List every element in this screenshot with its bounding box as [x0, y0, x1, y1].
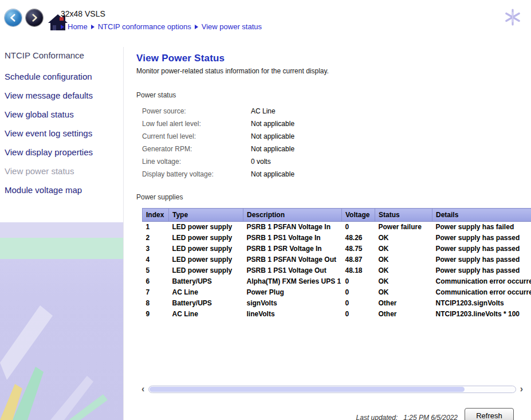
refresh-button[interactable]: Refresh — [465, 408, 514, 420]
field-row: Generator RPM: Not applicable — [142, 143, 531, 155]
power-status-section-label: Power status — [136, 91, 531, 99]
power-status-fields: Power source: AC Line Low fuel alert lev… — [142, 105, 531, 180]
cell-type: Battery/UPS — [169, 298, 243, 309]
field-value: AC Line — [251, 107, 276, 115]
cell-details: Communication error occurred — [432, 276, 531, 287]
column-header-description: Description — [243, 209, 342, 222]
column-header-status: Status — [375, 209, 432, 222]
scrollbar-track[interactable] — [148, 386, 516, 393]
cell-description: Power Plug — [243, 287, 342, 298]
cell-details: Power supply has passed — [432, 254, 531, 265]
forward-button[interactable] — [26, 9, 43, 26]
field-value: Not applicable — [251, 132, 294, 140]
cell-status: OK — [375, 254, 432, 265]
field-row: Current fuel level: Not applicable — [142, 130, 531, 143]
page-title: View Power Status — [136, 53, 531, 64]
cell-status: OK — [375, 265, 432, 276]
cell-voltage: 48.18 — [342, 265, 375, 276]
scroll-left-icon[interactable]: ‹ — [141, 386, 144, 392]
table-row: 5 LED power supply PSRB 1 PS1 Voltage Ou… — [143, 265, 531, 276]
table-header-row: Index Type Description Voltage Status De… — [143, 209, 531, 222]
field-value: Not applicable — [251, 145, 294, 153]
cell-type: LED power supply — [169, 244, 243, 254]
cell-details: Power supply has failed — [432, 222, 531, 233]
scrollbar-thumb[interactable] — [150, 387, 465, 392]
cell-index: 7 — [143, 287, 169, 298]
cell-details: NTCIP1203.lineVolts * 100 — [432, 309, 531, 320]
decorative-background — [0, 222, 123, 420]
cell-voltage: 48.87 — [342, 254, 375, 265]
column-header-index: Index — [143, 209, 169, 222]
table-row: 6 Battery/UPS Alpha(TM) FXM Series UPS 1… — [143, 276, 531, 287]
cell-type: Battery/UPS — [169, 276, 243, 287]
cell-voltage: 0 — [342, 276, 375, 287]
cell-voltage: 0 — [342, 287, 375, 298]
breadcrumb-arrow-icon — [61, 25, 64, 29]
main-content: View Power Status Monitor power-related … — [123, 47, 531, 420]
sidebar-item-view-global-status[interactable]: View global status — [0, 105, 123, 124]
arrow-right-icon — [30, 14, 38, 22]
field-label: Display battery voltage: — [142, 170, 251, 178]
sidebar-item-module-voltage-map[interactable]: Module voltage map — [0, 180, 123, 199]
cell-details: NTCIP1203.signVolts — [432, 298, 531, 309]
cell-voltage: 0 — [342, 222, 375, 233]
power-supplies-table: Index Type Description Voltage Status De… — [142, 208, 531, 320]
cell-index: 6 — [143, 276, 169, 287]
cell-description: PSRB 1 PSR Voltage In — [243, 244, 342, 254]
screen: 32x48 VSLS Home NTCIP conformance option… — [0, 0, 531, 420]
cell-type: LED power supply — [169, 265, 243, 276]
breadcrumb-home[interactable]: Home — [68, 22, 88, 31]
field-label: Power source: — [142, 107, 251, 115]
cell-status: OK — [375, 287, 432, 298]
cell-voltage: 0 — [342, 298, 375, 309]
cell-description: PSRB 1 PSFAN Voltage In — [243, 222, 342, 233]
cell-type: LED power supply — [169, 233, 243, 244]
field-label: Generator RPM: — [142, 145, 251, 153]
decorative-art — [0, 222, 123, 420]
breadcrumb: Home NTCIP conformance options View powe… — [61, 22, 262, 31]
cell-details: Power supply has passed — [432, 233, 531, 244]
cell-details: Communication error occurred — [432, 287, 531, 298]
table-row: 7 AC Line Power Plug 0 OK Communication … — [143, 287, 531, 298]
field-row: Low fuel alert level: Not applicable — [142, 117, 531, 130]
sidebar-item-schedule-configuration[interactable]: Schedule configuration — [0, 67, 123, 86]
cell-details: Power supply has passed — [432, 265, 531, 276]
cell-index: 9 — [143, 309, 169, 320]
cell-status: OK — [375, 233, 432, 244]
column-header-type: Type — [169, 209, 243, 222]
cell-description: signVolts — [243, 298, 342, 309]
cell-index: 8 — [143, 298, 169, 309]
cell-description: PSRB 1 PS1 Voltage In — [243, 233, 342, 244]
cell-details: Power supply has passed — [432, 244, 531, 254]
cell-index: 1 — [143, 222, 169, 233]
sidebar-title: NTCIP Conformance — [0, 47, 123, 67]
field-value: Not applicable — [251, 120, 294, 128]
sidebar-item-view-display-properties[interactable]: View display properties — [0, 143, 123, 162]
sidebar-item-view-event-log-settings[interactable]: View event log settings — [0, 124, 123, 143]
cell-status: OK — [375, 244, 432, 254]
power-supplies-section-label: Power supplies — [136, 193, 531, 201]
field-row: Display battery voltage: Not applicable — [142, 168, 531, 180]
title-block: 32x48 VSLS Home NTCIP conformance option… — [61, 9, 262, 31]
cell-type: LED power supply — [169, 222, 243, 233]
cell-status: Other — [375, 309, 432, 320]
table-row: 9 AC Line lineVolts 0 Other NTCIP1203.li… — [143, 309, 531, 320]
cell-index: 3 — [143, 244, 169, 254]
sidebar-item-view-message-defaults[interactable]: View message defaults — [0, 86, 123, 105]
table-row: 2 LED power supply PSRB 1 PS1 Voltage In… — [143, 233, 531, 244]
cell-voltage: 48.75 — [342, 244, 375, 254]
table-row: 3 LED power supply PSRB 1 PSR Voltage In… — [143, 244, 531, 254]
back-button[interactable] — [5, 9, 22, 26]
cell-type: AC Line — [169, 287, 243, 298]
field-label: Current fuel level: — [142, 132, 251, 140]
cell-type: LED power supply — [169, 254, 243, 265]
last-updated-value: 1:25 PM 6/5/2022 — [398, 414, 458, 420]
cell-voltage: 0 — [342, 309, 375, 320]
table-row: 4 LED power supply PSRB 1 PSFAN Voltage … — [143, 254, 531, 265]
footer: Last updated:1:25 PM 6/5/2022 Refresh — [141, 408, 523, 420]
scroll-right-icon[interactable]: › — [520, 386, 523, 392]
app-title: 32x48 VSLS — [61, 9, 262, 18]
cell-description: PSRB 1 PSFAN Voltage Out — [243, 254, 342, 265]
breadcrumb-arrow-icon — [91, 25, 95, 29]
breadcrumb-ntcip-conformance-options[interactable]: NTCIP conformance options — [98, 22, 191, 31]
